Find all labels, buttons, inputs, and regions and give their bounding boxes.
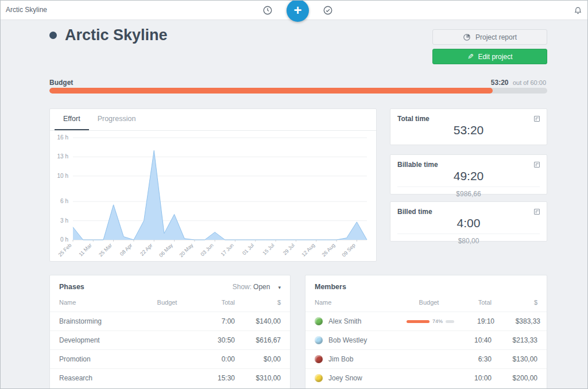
- chart-tabs: Effort Progression: [50, 109, 376, 131]
- topbar: Arctic Skyline +: [1, 1, 587, 20]
- timer-popout-icon[interactable]: [534, 116, 540, 122]
- col-total: Total: [189, 299, 235, 306]
- budget-used-value: 53:20: [491, 79, 509, 87]
- project-report-label: Project report: [475, 33, 517, 41]
- table-row[interactable]: Alex Smith 74% 19:10 $383,33: [305, 312, 547, 330]
- svg-text:11 Mar: 11 Mar: [78, 242, 92, 257]
- phase-amount: $310,00: [235, 374, 281, 382]
- phase-name: Brainstorming: [59, 317, 145, 325]
- pie-chart-icon: [463, 33, 471, 41]
- total-time-label: Total time: [397, 115, 430, 123]
- col-amount: $: [492, 299, 537, 306]
- project-report-button[interactable]: Project report: [432, 29, 547, 45]
- tab-progression[interactable]: Progression: [89, 109, 145, 130]
- member-amount: $213,33: [492, 336, 537, 344]
- budget-outof-text: out of 60:00: [513, 79, 546, 86]
- phase-total: 30:50: [189, 336, 235, 344]
- project-dashboard: { "topbar": { "project_name": "Arctic Sk…: [0, 0, 588, 389]
- phase-total: 0:00: [189, 355, 235, 363]
- billed-time-label: Billed time: [397, 208, 432, 216]
- svg-text:3 h: 3 h: [60, 217, 68, 224]
- svg-text:22 Apr: 22 Apr: [139, 242, 153, 256]
- member-name-cell: Alex Smith: [315, 317, 407, 325]
- table-row[interactable]: Bob Westley 10:40 $213,33: [305, 330, 547, 349]
- svg-text:16 h: 16 h: [57, 134, 68, 141]
- col-name: Name: [59, 299, 145, 306]
- table-row[interactable]: Development 30:50 $616,67: [50, 330, 290, 349]
- table-row[interactable]: Brainstorming 7:00 $140,00: [50, 312, 290, 330]
- col-name: Name: [315, 299, 407, 306]
- svg-text:29 Jul: 29 Jul: [282, 242, 296, 256]
- members-card: Members Name Budget Total $ Alex Smith 7…: [305, 275, 547, 389]
- approvals-icon[interactable]: [323, 5, 333, 18]
- svg-text:09 Sep: 09 Sep: [341, 242, 357, 258]
- svg-text:0 h: 0 h: [60, 236, 68, 243]
- tab-effort[interactable]: Effort: [55, 109, 89, 130]
- total-time-value: 53:20: [397, 123, 540, 137]
- project-color-dot: [49, 32, 57, 39]
- member-name-cell: Bob Westley: [315, 336, 407, 344]
- members-title: Members: [315, 283, 346, 291]
- phases-card: Phases Show:Open▾ Name Budget Total $ Br…: [49, 275, 291, 389]
- edit-project-label: Edit project: [478, 53, 512, 61]
- col-amount: $: [235, 299, 281, 306]
- billed-time-card: Billed time 4:00 $80,00: [390, 201, 547, 242]
- edit-project-button[interactable]: ✎ Edit project: [432, 49, 547, 64]
- table-row[interactable]: Joey Snow 10:00 $200,00: [305, 368, 547, 387]
- member-total: 10:00: [451, 374, 492, 382]
- budget-label: Budget: [49, 79, 73, 87]
- table-row[interactable]: Jim Bob 6:30 $130,00: [305, 349, 547, 368]
- topbar-project-name: Arctic Skyline: [6, 6, 47, 14]
- add-button[interactable]: +: [287, 0, 309, 22]
- svg-text:01 Jul: 01 Jul: [241, 242, 255, 256]
- budget-progress-fill: [49, 88, 493, 94]
- chevron-down-icon: ▾: [278, 285, 281, 290]
- show-value: Open: [253, 283, 270, 291]
- timer-icon[interactable]: [262, 5, 273, 18]
- billable-amount: $986,66: [397, 186, 540, 198]
- phases-show-dropdown[interactable]: Show:Open▾: [233, 283, 281, 291]
- billed-amount: $80,00: [397, 234, 540, 245]
- notifications-bell-icon[interactable]: [574, 6, 582, 17]
- billable-time-card: Billable time 49:20 $986,66: [390, 154, 547, 194]
- member-amount: $383,33: [494, 317, 540, 325]
- phase-amount: $616,67: [235, 336, 281, 344]
- avatar: [315, 355, 323, 363]
- table-row[interactable]: Promotion 0:00 $0,00: [50, 349, 290, 368]
- member-budget-bar: 74%: [407, 318, 454, 324]
- members-table-header: Name Budget Total $: [305, 297, 547, 312]
- pencil-icon: ✎: [467, 52, 474, 61]
- svg-text:6 h: 6 h: [60, 198, 68, 204]
- svg-text:20 May: 20 May: [178, 242, 194, 258]
- member-name-cell: Jim Bob: [315, 355, 407, 363]
- timer-popout-icon[interactable]: [534, 162, 540, 168]
- billable-time-value: 49:20: [397, 169, 540, 183]
- col-budget: Budget: [407, 299, 451, 306]
- phase-name: Reasearch: [59, 374, 145, 382]
- billed-time-value: 4:00: [397, 216, 540, 230]
- phases-title: Phases: [59, 283, 84, 291]
- col-budget: Budget: [145, 299, 189, 306]
- svg-text:25 Mar: 25 Mar: [98, 242, 113, 258]
- project-title-text: Arctic Skyline: [65, 26, 168, 44]
- member-total: 10:40: [451, 336, 492, 344]
- phase-amount: $140,00: [235, 317, 281, 325]
- member-name: Jim Bob: [328, 355, 353, 363]
- table-row[interactable]: Reasearch 15:30 $310,00: [50, 368, 290, 387]
- total-time-card: Total time 53:20: [390, 108, 547, 145]
- phase-name: Promotion: [59, 355, 145, 363]
- page-title: Arctic Skyline: [49, 26, 168, 44]
- timer-popout-icon[interactable]: [534, 209, 540, 215]
- budget-usage-text: 53:20 out of 60:00: [491, 79, 546, 87]
- billable-time-label: Billable time: [397, 161, 438, 169]
- svg-text:25 Feb: 25 Feb: [57, 242, 73, 258]
- member-name: Alex Smith: [328, 317, 361, 325]
- member-total: 19:10: [454, 317, 494, 325]
- svg-text:06 May: 06 May: [158, 242, 174, 258]
- budget-percent-label: 74%: [432, 318, 443, 324]
- avatar: [315, 317, 323, 325]
- effort-area-chart: 0 h3 h6 h10 h13 h16 h25 Feb11 Mar25 Mar0…: [50, 131, 376, 261]
- avatar: [315, 374, 323, 382]
- phase-name: Development: [59, 336, 145, 344]
- svg-text:10 h: 10 h: [57, 173, 68, 179]
